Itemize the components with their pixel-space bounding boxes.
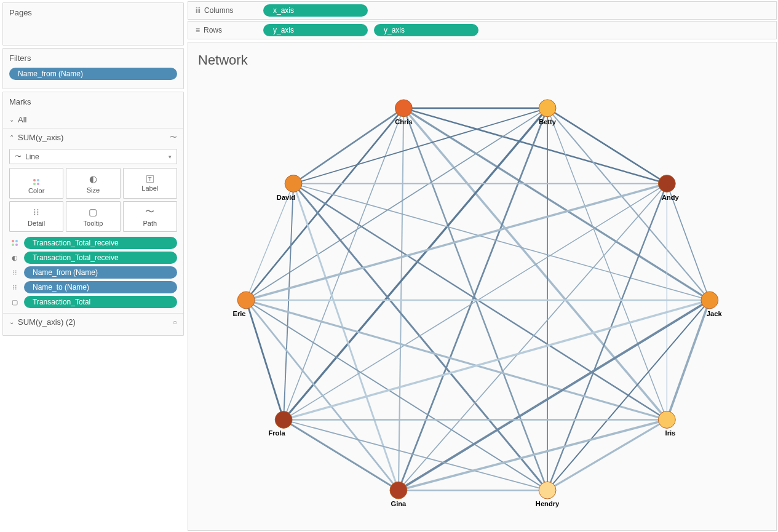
mark-pill[interactable]: Transaction_Total_receive	[24, 237, 177, 249]
columns-icon: iii	[196, 6, 200, 15]
marks-card: Marks ⌄ All ⌃ SUM(y_axis) 〜 〜 Line ▾ Col…	[2, 92, 184, 336]
chevron-down-icon: ⌄	[9, 116, 14, 123]
chevron-down-icon: ⌄	[9, 319, 14, 325]
size-button[interactable]: ◐ Size	[66, 168, 120, 199]
network-edge[interactable]	[284, 184, 667, 420]
detail-button[interactable]: ⁝⁝ Detail	[9, 201, 63, 232]
color-button[interactable]: Color	[9, 168, 63, 199]
line-icon: 〜	[170, 132, 177, 143]
network-edge[interactable]	[547, 419, 667, 490]
node-label: Eric	[232, 310, 245, 317]
rows-label: Rows	[204, 26, 222, 34]
network-node-frola[interactable]	[275, 411, 292, 429]
circle-icon: ○	[173, 318, 177, 327]
detail-icon: ⁝⁝	[9, 269, 20, 277]
pages-label: Pages	[3, 3, 183, 22]
detail-icon: ⁝⁝	[9, 284, 20, 292]
mark-pill-row: ▢Transaction_Total	[3, 295, 183, 309]
network-edge[interactable]	[293, 108, 403, 184]
network-edge[interactable]	[547, 108, 667, 420]
network-chart[interactable]: ChrisBettyDavidAndyEricJackFrolaIrisGina…	[188, 73, 776, 530]
marks-sum-row[interactable]: ⌃ SUM(y_axis) 〜	[3, 128, 183, 146]
network-edge[interactable]	[284, 184, 293, 420]
node-label: Andy	[662, 194, 680, 201]
node-label: Chris	[395, 118, 412, 125]
network-node-iris[interactable]	[658, 411, 675, 429]
marks-label: Marks	[3, 92, 183, 111]
network-edge[interactable]	[293, 184, 710, 300]
marks-all-row[interactable]: ⌄ All	[3, 111, 183, 128]
row-pill[interactable]: y_axis	[374, 24, 478, 36]
row-pill[interactable]: y_axis	[263, 24, 368, 36]
network-edge[interactable]	[284, 300, 710, 419]
caret-down-icon: ▾	[169, 154, 172, 160]
network-edge[interactable]	[246, 300, 547, 490]
mark-pill[interactable]: Name_from (Name)	[24, 266, 177, 279]
network-edge[interactable]	[403, 108, 667, 420]
size-icon: ◐	[9, 254, 20, 262]
node-label: Gina	[391, 500, 407, 507]
tooltip-button[interactable]: ▢ Tooltip	[66, 201, 120, 232]
mark-type-select[interactable]: 〜 Line ▾	[9, 149, 177, 164]
path-button[interactable]: 〜 Path	[123, 201, 177, 232]
network-edge[interactable]	[293, 184, 399, 491]
columns-label: Columns	[204, 6, 233, 15]
network-node-andy[interactable]	[658, 175, 675, 193]
network-node-david[interactable]	[285, 175, 302, 193]
label-button[interactable]: T Label	[123, 168, 177, 199]
network-edge[interactable]	[246, 108, 547, 300]
network-edge[interactable]	[547, 108, 710, 300]
network-edge[interactable]	[547, 108, 667, 184]
filters-label: Filters	[3, 49, 183, 68]
network-edge[interactable]	[667, 300, 709, 419]
mark-pill[interactable]: Transaction_Total	[24, 296, 177, 308]
network-edge[interactable]	[667, 184, 709, 300]
mark-pill[interactable]: Transaction_Total_receive	[24, 252, 177, 264]
rows-shelf[interactable]: ≡ Rows y_axis y_axis	[188, 21, 777, 39]
chevron-up-icon: ⌃	[9, 134, 14, 141]
viz-area[interactable]: Network ChrisBettyDavidAndyEricJackFrola…	[188, 42, 777, 531]
node-label: Betty	[539, 118, 557, 125]
network-edge[interactable]	[284, 108, 403, 420]
mark-pill-row: ⁝⁝Name_from (Name)	[3, 265, 183, 280]
detail-icon: ⁝⁝	[33, 207, 39, 218]
network-edge[interactable]	[246, 300, 284, 419]
network-edge[interactable]	[547, 300, 710, 490]
network-edge[interactable]	[399, 108, 403, 490]
pages-card[interactable]: Pages	[2, 2, 184, 46]
node-label: Iris	[665, 429, 676, 437]
network-node-betty[interactable]	[539, 100, 556, 117]
network-edge[interactable]	[293, 184, 547, 491]
network-node-hendry[interactable]	[539, 482, 556, 499]
sum2-label: SUM(y_axis) (2)	[18, 317, 76, 327]
network-edge[interactable]	[246, 300, 399, 490]
node-label: Jack	[707, 310, 723, 317]
mark-pill-row: ⁝⁝Name_to (Name)	[3, 280, 183, 295]
filter-pill[interactable]: Name_from (Name)	[9, 68, 177, 80]
network-node-gina[interactable]	[390, 482, 407, 499]
network-edge[interactable]	[246, 184, 667, 300]
network-edge[interactable]	[284, 108, 547, 420]
network-edge[interactable]	[399, 300, 710, 490]
network-node-eric[interactable]	[237, 292, 255, 309]
mark-pill[interactable]: Name_to (Name)	[24, 281, 177, 293]
network-edge[interactable]	[399, 419, 667, 490]
network-edge[interactable]	[246, 184, 293, 300]
network-edge[interactable]	[284, 419, 399, 490]
mark-pill-row: Transaction_Total_receive	[3, 236, 183, 250]
column-pill[interactable]: x_axis	[263, 4, 368, 17]
path-icon: 〜	[145, 206, 154, 218]
marks-sum2-row[interactable]: ⌄ SUM(y_axis) (2) ○	[3, 313, 183, 330]
network-edge[interactable]	[293, 184, 667, 420]
line-icon: 〜	[15, 152, 22, 161]
label-icon: T	[146, 175, 154, 183]
network-edge[interactable]	[246, 300, 667, 419]
filters-card[interactable]: Filters Name_from (Name)	[2, 48, 184, 89]
network-node-jack[interactable]	[701, 292, 718, 309]
color-icon	[9, 240, 20, 246]
network-edge[interactable]	[403, 108, 667, 184]
tooltip-icon: ▢	[9, 298, 20, 306]
network-node-chris[interactable]	[395, 100, 412, 117]
sum-label: SUM(y_axis)	[18, 133, 63, 142]
columns-shelf[interactable]: iii Columns x_axis	[188, 1, 777, 20]
